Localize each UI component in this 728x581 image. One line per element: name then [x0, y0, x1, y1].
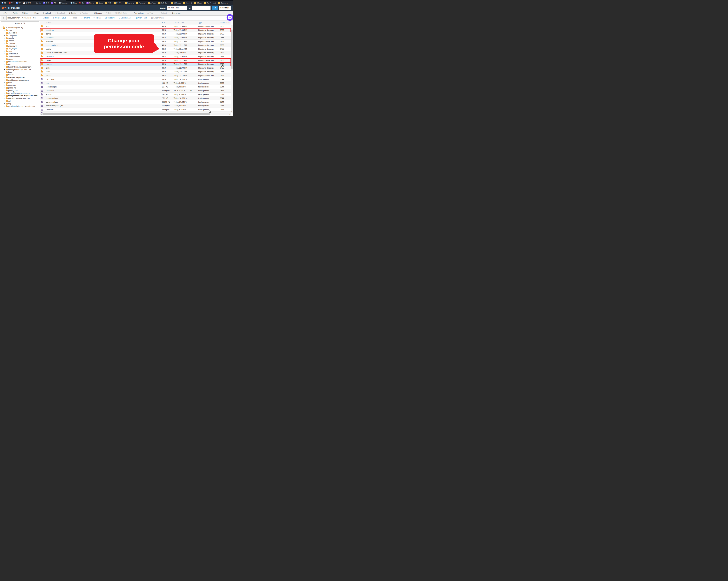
- vertical-scroll-thumb[interactable]: [231, 30, 233, 69]
- tree-toggle[interactable]: +: [3, 84, 5, 86]
- toolbar-button[interactable]: ⇩ Download: [53, 12, 67, 14]
- tree-toggle[interactable]: +: [3, 103, 5, 105]
- horizontal-scrollbar[interactable]: ◂ ▸: [40, 113, 231, 115]
- path-go-button[interactable]: Go: [32, 16, 37, 20]
- bookmark-item[interactable]: M GM: [79, 2, 84, 4]
- tree-toggle[interactable]: +: [3, 34, 5, 36]
- tree-toggle[interactable]: +: [3, 69, 5, 71]
- toolbar-button[interactable]: + Folder: [9, 12, 20, 14]
- column-header-name[interactable]: Name: [46, 22, 162, 24]
- table-row[interactable]: tests 4 KB Today, 11:11 PM httpd/unix-di…: [40, 70, 231, 74]
- settings-button[interactable]: ⚙ Settings: [219, 6, 231, 10]
- bookmark-item[interactable]: ✱ C-GPT: [23, 2, 31, 4]
- tree-item[interactable]: + ⌂ laundryboss.meyacoder.com: [0, 65, 40, 68]
- bookmark-item[interactable]: ✦ Gemini: [33, 2, 41, 4]
- bookmark-item[interactable]: f FB: [1, 2, 6, 4]
- table-row[interactable]: composer.lock 383.98 KB Today, 10:04 PM …: [40, 100, 231, 104]
- toolbar-button[interactable]: ❐ Copy: [20, 12, 30, 14]
- table-row[interactable]: docker-compose.yml 551 bytes Today, 9:00…: [40, 104, 231, 108]
- scroll-down-icon[interactable]: ▼: [231, 111, 233, 112]
- nav-action[interactable]: ☑ Select All: [103, 17, 117, 19]
- browser-tab[interactable]: [51, 0, 66, 1]
- tree-toggle[interactable]: +: [3, 79, 5, 81]
- table-row[interactable]: Dockerfile 469 bytes Today, 9:00 PM text…: [40, 108, 231, 111]
- file-name[interactable]: vendor: [46, 75, 162, 77]
- tree-item[interactable]: + ⌂ maditam.meyacoder: [0, 76, 40, 79]
- nav-action[interactable]: ☐ Unselect All: [117, 17, 132, 19]
- tree-toggle[interactable]: +: [3, 97, 5, 99]
- tree-item[interactable]: + ⌂ alicom.meyacoder.com: [0, 60, 40, 63]
- horizontal-scroll-thumb[interactable]: [43, 113, 210, 115]
- toolbar-button[interactable]: ↗ Extract: [156, 12, 168, 14]
- table-row[interactable]: vendor 4 KB Today, 11:14 PM httpd/unix-d…: [40, 74, 231, 77]
- bookmark-item[interactable]: Soft-Down: [158, 2, 169, 4]
- table-row[interactable]: app 4 KB Today, 11:08 PM httpd/unix-dire…: [40, 24, 231, 28]
- tree-item[interactable]: + ⌂ readypoos.meyacoder.com: [0, 97, 40, 100]
- toolbar-button[interactable]: ▮ Rename: [91, 12, 104, 14]
- tree-item[interactable]: + ⌂ .npm: [0, 50, 40, 53]
- bookmark-item[interactable]: Movie-D: [183, 2, 192, 4]
- file-name[interactable]: artisan: [46, 94, 162, 96]
- search-input[interactable]: [192, 6, 211, 10]
- tree-toggle[interactable]: +: [3, 50, 5, 52]
- path-home-button[interactable]: ⌂: [1, 16, 6, 20]
- file-name[interactable]: .htaccess: [46, 90, 162, 92]
- column-header-modified[interactable]: Last Modified: [174, 22, 198, 24]
- file-name[interactable]: composer.json: [46, 97, 162, 99]
- toolbar-button[interactable]: ✥ Move: [30, 12, 41, 14]
- tree-item[interactable]: + ⌂ mail: [0, 81, 40, 84]
- table-row[interactable]: stubs 4 KB Today, 11:08 PM httpd/unix-di…: [40, 66, 231, 70]
- file-name[interactable]: Dockerfile: [46, 109, 162, 111]
- tree-item[interactable]: ⌂ lscache: [0, 74, 40, 76]
- file-name[interactable]: .env.example: [46, 86, 162, 88]
- tree-item[interactable]: + ⌂ ssl: [0, 100, 40, 102]
- bookmark-item[interactable]: ω WR: [51, 2, 56, 4]
- bookmark-item[interactable]: G GT: [16, 2, 21, 4]
- bookmark-item[interactable]: PHP: [105, 2, 111, 4]
- table-row[interactable]: artisan 1.65 KB Today, 8:59 PM text/x-ge…: [40, 93, 231, 96]
- bookmark-item[interactable]: BGImage: [171, 2, 181, 4]
- file-name[interactable]: .env: [46, 82, 162, 84]
- file-name[interactable]: stubs: [46, 67, 162, 69]
- scroll-left-icon[interactable]: ◂: [41, 113, 42, 115]
- scroll-up-icon[interactable]: ▲: [231, 25, 233, 26]
- file-name[interactable]: bootstrap: [46, 29, 162, 31]
- bookmark-item[interactable]: Learning: [125, 2, 134, 4]
- tree-toggle[interactable]: −: [1, 27, 3, 29]
- toolbar-button[interactable]: ✖ Delete: [67, 12, 78, 14]
- bookmark-item[interactable]: T T-B: [43, 2, 49, 4]
- search-go-button[interactable]: Go: [212, 6, 218, 10]
- nav-action[interactable]: ▦ Empty Trash: [149, 17, 165, 19]
- tree-toggle[interactable]: +: [3, 42, 5, 44]
- nav-action[interactable]: ▦ View Trash: [133, 17, 149, 19]
- extension-widget-button[interactable]: ✦ w: [227, 14, 233, 21]
- table-row[interactable]: .DS_Store 8 KB Today, 10:19 PM text/x-ge…: [40, 77, 231, 81]
- overflow-chevron-icon[interactable]: »: [232, 2, 233, 4]
- bookmark-item[interactable]: ▸ YT: [8, 2, 14, 4]
- tree-item[interactable]: + ⌂ readyecommerce.meyacoder.com: [0, 95, 40, 97]
- toolbar-button[interactable]: ↺ Restore: [78, 12, 90, 14]
- toolbar-button[interactable]: ❏ HTML Editor: [113, 12, 129, 14]
- file-name[interactable]: .DS_Store: [46, 78, 162, 80]
- tree-item[interactable]: ⌂ .cl.selector: [0, 32, 40, 34]
- toolbar-button[interactable]: ◉ View: [146, 12, 155, 14]
- table-row[interactable]: resources 4 KB Today, 11:08 PM httpd/uni…: [40, 55, 231, 58]
- tree-item[interactable]: + ⌂ .composer: [0, 34, 40, 37]
- column-header-size[interactable]: Size: [162, 22, 174, 24]
- nav-action[interactable]: ↻ Reload: [92, 17, 103, 19]
- tree-toggle[interactable]: +: [3, 29, 5, 31]
- table-row[interactable]: bootstrap 4 KB Today, 11:08 PM httpd/uni…: [40, 28, 231, 32]
- bookmark-item[interactable]: F Figma: [86, 2, 94, 4]
- toolbar-button[interactable]: ⇧ Upload: [41, 12, 53, 14]
- table-row[interactable]: .env 1.22 KB Today, 9:35 PM text/x-gener…: [40, 81, 231, 85]
- tree-item[interactable]: + ⌂ razinskills.meyacoder.com: [0, 92, 40, 95]
- tree-toggle[interactable]: +: [3, 105, 5, 107]
- tree-item[interactable]: + ⌂ etc: [0, 63, 40, 65]
- tree-item[interactable]: + ⌂ tmp: [0, 102, 40, 105]
- file-name[interactable]: docker-compose.yml: [46, 105, 162, 107]
- tree-toggle[interactable]: +: [3, 37, 5, 39]
- path-input[interactable]: readyecommerce.meyacoder.c: [6, 16, 31, 20]
- toolbar-button[interactable]: ✎ Edit: [104, 12, 113, 14]
- bookmark-item[interactable]: Ai Tools: [148, 2, 156, 4]
- table-row[interactable]: routes 4 KB Today, 11:11 PM httpd/unix-d…: [40, 58, 231, 62]
